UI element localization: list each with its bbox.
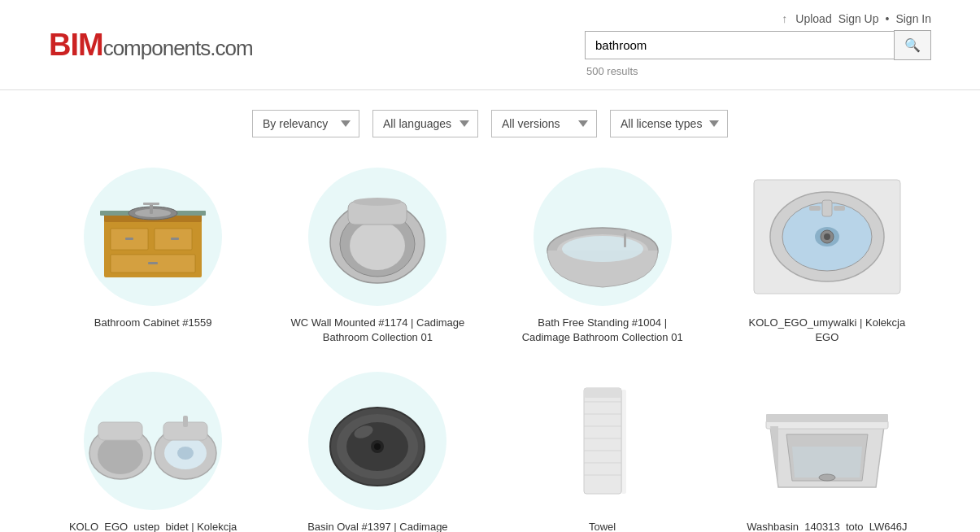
upload-icon: ↑ [782, 12, 787, 25]
svg-point-37 [177, 447, 194, 460]
nav-dot: • [886, 12, 890, 25]
logo: BIMcomponents.com [49, 28, 253, 63]
towel-icon [534, 382, 672, 499]
sign-in-link[interactable]: Sign In [895, 12, 931, 25]
results-count: 500 results [585, 65, 638, 77]
bath-icon [538, 177, 668, 295]
list-item[interactable]: Washbasin_140313_toto_LW646J [723, 369, 931, 532]
svg-point-15 [350, 221, 405, 270]
svg-rect-22 [619, 230, 631, 233]
search-button[interactable]: 🔍 [894, 30, 931, 60]
list-item[interactable]: Bathroom Cabinet #1559 [49, 165, 257, 345]
logo-bim: BIM [49, 28, 103, 62]
svg-point-44 [374, 443, 381, 450]
item-image-container [738, 165, 917, 307]
list-item[interactable]: KOLO_EGO_umywalki | Kolekcja EGO [723, 165, 931, 345]
item-image-container [63, 165, 242, 307]
svg-rect-10 [148, 262, 158, 264]
search-input[interactable] [585, 31, 894, 59]
svg-point-17 [353, 198, 402, 206]
svg-point-33 [98, 435, 143, 474]
svg-rect-11 [150, 204, 153, 214]
header: BIMcomponents.com ↑ Upload Sign Up • Sig… [0, 0, 980, 90]
upload-link[interactable]: Upload [795, 12, 831, 25]
item-image-container [63, 369, 242, 512]
header-right: ↑ Upload Sign Up • Sign In 🔍 500 results [585, 12, 931, 77]
item-image-container [288, 369, 467, 512]
item-title: Bathroom Cabinet #1559 [94, 316, 212, 330]
license-filter[interactable]: All license types Free Commercial [610, 110, 728, 137]
list-item[interactable]: Towel [499, 369, 707, 532]
items-grid: Bathroom Cabinet #1559 WC Wall Mounted #… [0, 157, 980, 532]
nav-separator: Sign Up [838, 12, 879, 25]
basin-icon [316, 382, 438, 499]
svg-rect-54 [584, 388, 621, 398]
svg-point-31 [824, 233, 830, 240]
item-title: KOLO_EGO_ustep_bidet | Kolekcja EGO [63, 520, 242, 532]
svg-rect-55 [621, 390, 626, 494]
svg-rect-34 [98, 422, 142, 440]
item-image-container [288, 165, 467, 307]
bidet-icon [84, 382, 222, 499]
svg-rect-39 [183, 416, 188, 427]
header-nav: ↑ Upload Sign Up • Sign In [782, 12, 931, 25]
list-item[interactable]: Basin Oval #1397 | Cadimage Bathroom Col… [273, 369, 481, 532]
version-filter[interactable]: All versions Revit 2020 Revit 2021 Revit… [491, 110, 597, 137]
svg-point-20 [562, 236, 643, 262]
item-title: WC Wall Mounted #1174 | Cadimage Bathroo… [288, 316, 467, 345]
item-title: Bath Free Standing #1004 | Cadimage Bath… [513, 316, 692, 345]
svg-rect-8 [125, 238, 133, 240]
item-image-container [738, 369, 917, 512]
svg-rect-58 [766, 414, 888, 422]
svg-rect-28 [809, 206, 821, 211]
washbasin-icon [750, 382, 904, 499]
item-image-container [513, 165, 692, 307]
list-item[interactable]: KOLO_EGO_ustep_bidet | Kolekcja EGO [49, 369, 257, 532]
item-title: Washbasin_140313_toto_LW646J [747, 520, 907, 532]
sink-top-icon [746, 172, 908, 302]
cabinet-icon [88, 180, 218, 294]
list-item[interactable]: Bath Free Standing #1004 | Cadimage Bath… [499, 165, 707, 345]
filters-bar: By relevancy By date By downloads All la… [0, 90, 980, 157]
item-title: KOLO_EGO_umywalki | Kolekcja EGO [738, 316, 917, 345]
svg-rect-12 [143, 203, 159, 205]
svg-rect-29 [834, 206, 845, 211]
search-container: 🔍 [585, 30, 931, 60]
svg-rect-9 [171, 238, 179, 240]
logo-rest: components.com [103, 36, 253, 60]
item-title: Towel [589, 520, 616, 532]
svg-rect-27 [822, 200, 832, 216]
sort-filter[interactable]: By relevancy By date By downloads [252, 110, 359, 137]
list-item[interactable]: WC Wall Mounted #1174 | Cadimage Bathroo… [273, 165, 481, 345]
language-filter[interactable]: All languages English French German [372, 110, 478, 137]
svg-rect-21 [624, 233, 626, 247]
item-image-container [513, 369, 692, 512]
svg-point-57 [819, 474, 835, 481]
item-title: Basin Oval #1397 | Cadimage Bathroom Col… [288, 520, 467, 532]
svg-rect-46 [584, 388, 621, 494]
wc-icon [312, 177, 442, 295]
